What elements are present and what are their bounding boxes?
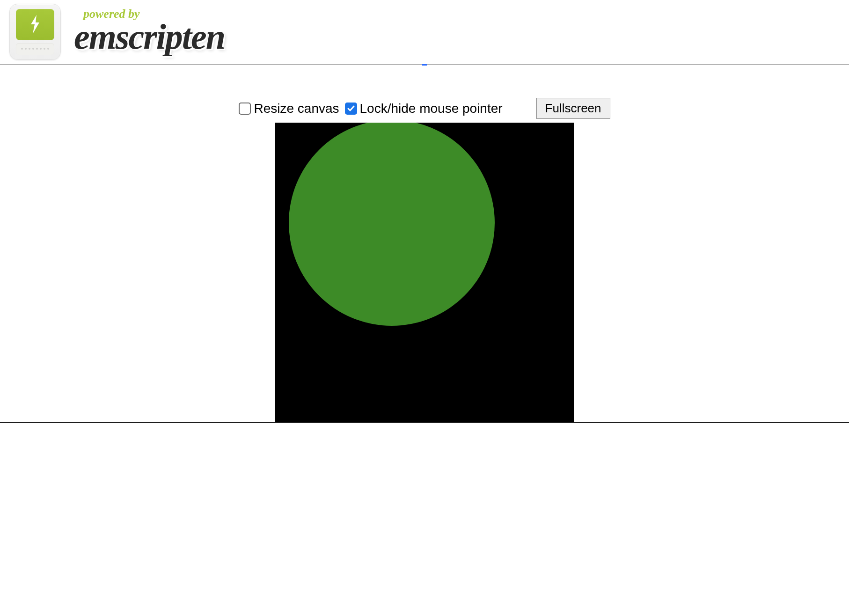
lock-pointer-label: Lock/hide mouse pointer [360, 101, 503, 116]
rendered-circle [289, 123, 495, 326]
branding-text: powered by emscripten [74, 7, 225, 57]
top-divider [0, 65, 849, 65]
bottom-divider [0, 422, 849, 423]
lock-pointer-control[interactable]: Lock/hide mouse pointer [345, 101, 503, 116]
bolt-icon [28, 14, 42, 35]
fullscreen-button[interactable]: Fullscreen [536, 98, 610, 119]
controls-row: Resize canvas Lock/hide mouse pointer Fu… [0, 98, 849, 119]
logo-bottom-panel [16, 43, 54, 55]
resize-canvas-label: Resize canvas [254, 101, 339, 116]
emscripten-logo [9, 4, 61, 60]
emscripten-canvas[interactable] [275, 123, 574, 422]
resize-canvas-checkbox[interactable] [239, 103, 251, 115]
lock-pointer-checkbox[interactable] [345, 103, 357, 115]
canvas-container [0, 123, 849, 422]
logo-top-panel [16, 9, 54, 40]
divider-link-mark[interactable] [422, 64, 427, 66]
resize-canvas-control[interactable]: Resize canvas [239, 101, 339, 116]
emscripten-name: emscripten [74, 16, 225, 57]
header: powered by emscripten [0, 0, 849, 65]
